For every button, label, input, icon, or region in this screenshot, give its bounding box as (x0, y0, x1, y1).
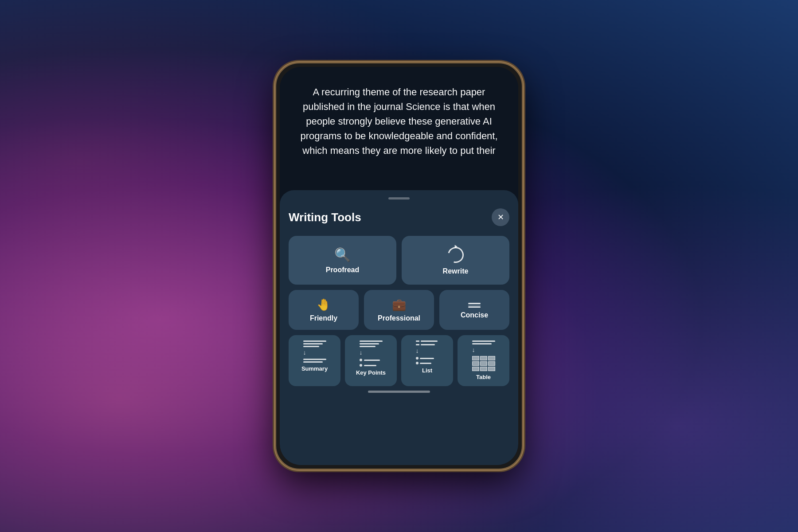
sheet-header: Writing Tools ✕ (289, 208, 509, 226)
rewrite-button[interactable]: Rewrite (402, 236, 509, 285)
table-label: Table (476, 374, 491, 384)
phone-frame: A recurring theme of the research paper … (275, 62, 523, 470)
list-label: List (422, 367, 432, 377)
concise-button[interactable]: Concise (439, 290, 509, 330)
professional-button[interactable]: 💼 Professional (364, 290, 434, 330)
sheet-title: Writing Tools (289, 211, 361, 224)
proofread-label: Proofread (326, 266, 360, 274)
article-area: A recurring theme of the research paper … (280, 67, 518, 167)
summary-icon: ↓ (303, 340, 326, 363)
concise-icon (468, 303, 481, 308)
professional-icon: 💼 (392, 299, 406, 311)
phone-screen: A recurring theme of the research paper … (280, 67, 518, 465)
rewrite-icon (445, 244, 466, 266)
key-points-button[interactable]: ↓ Key Points (345, 335, 397, 386)
tools-mid-grid: 🤚 Friendly 💼 Professional Concise (289, 290, 509, 330)
summary-button[interactable]: ↓ Summary (289, 335, 340, 386)
friendly-icon: 🤚 (317, 299, 331, 311)
proofread-icon: 🔍 (334, 248, 351, 262)
proofread-button[interactable]: 🔍 Proofread (289, 236, 396, 285)
tools-bottom-grid: ↓ Summary ↓ (289, 335, 509, 386)
friendly-button[interactable]: 🤚 Friendly (289, 290, 359, 330)
writing-tools-sheet: Writing Tools ✕ 🔍 Proofread Rewrite (280, 190, 518, 465)
article-text: A recurring theme of the research paper … (293, 85, 505, 158)
sheet-handle[interactable] (388, 197, 410, 200)
friendly-label: Friendly (310, 314, 337, 322)
rewrite-label: Rewrite (443, 267, 469, 275)
key-points-label: Key Points (356, 369, 386, 379)
concise-label: Concise (461, 311, 488, 319)
key-points-icon: ↓ (360, 340, 383, 367)
professional-label: Professional (378, 314, 420, 322)
list-button[interactable]: ↓ List (401, 335, 453, 386)
table-button[interactable]: ↓ (458, 335, 509, 386)
table-icon: ↓ (472, 340, 495, 371)
tools-top-grid: 🔍 Proofread Rewrite (289, 236, 509, 285)
list-icon: ↓ (416, 340, 439, 364)
home-indicator[interactable] (368, 391, 430, 393)
phone-wrapper: A recurring theme of the research paper … (275, 62, 523, 470)
close-icon: ✕ (497, 212, 504, 222)
summary-label: Summary (301, 365, 328, 376)
close-button[interactable]: ✕ (492, 208, 509, 226)
